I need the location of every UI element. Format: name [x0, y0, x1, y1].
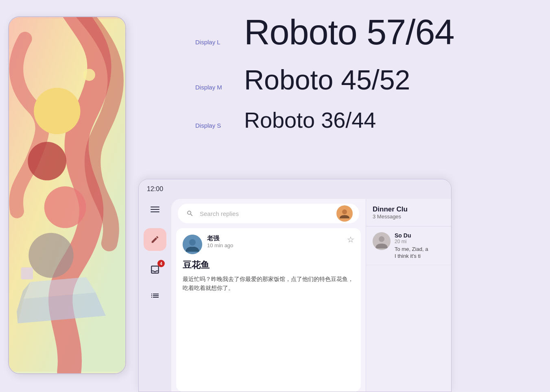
display-m-row: Display M Roboto 45/52 — [195, 64, 545, 96]
display-s-row: Display S Roboto 36/44 — [195, 107, 545, 133]
phone-frame — [8, 16, 126, 374]
list-svg-icon — [150, 291, 160, 301]
svg-marker-7 — [14, 282, 34, 324]
svg-point-13 — [189, 239, 196, 246]
menu-icon[interactable] — [148, 202, 162, 217]
message-title: 豆花鱼 — [183, 259, 354, 271]
avatar-person-icon — [337, 206, 352, 221]
message-card: 老强 10 min ago ☆ 豆花鱼 最近忙吗？昨晚我去了你最爱的那家饭馆，点… — [176, 228, 361, 392]
hamburger-lines — [151, 207, 159, 212]
phone-illustration — [9, 17, 125, 373]
right-item-name: So Du — [395, 232, 445, 239]
edit-fab-button[interactable] — [144, 228, 166, 251]
right-panel-header: Dinner Clu 3 Messages — [366, 199, 451, 226]
phone-ui-mockup: 12:00 — [138, 179, 452, 392]
inbox-icon-wrap[interactable]: 4 — [148, 262, 162, 277]
search-icon — [184, 208, 196, 219]
sender-avatar — [183, 235, 202, 254]
dinner-club-message-count: 3 Messages — [373, 213, 445, 220]
dinner-club-title: Dinner Clu — [373, 205, 445, 213]
svg-marker-5 — [16, 292, 106, 323]
svg-point-15 — [379, 236, 384, 242]
user-avatar[interactable] — [336, 205, 353, 222]
inbox-badge: 4 — [157, 260, 165, 267]
display-m-text: Roboto 45/52 — [244, 64, 410, 96]
right-item-preview2: I think it's ti — [395, 253, 445, 259]
message-header: 老强 10 min ago ☆ — [183, 235, 354, 254]
mockup-top-bar: 12:00 — [139, 179, 451, 199]
display-l-text: Roboto 57/64 — [244, 12, 454, 52]
mockup-sidebar: 4 — [139, 199, 171, 392]
display-s-text: Roboto 36/44 — [244, 107, 376, 133]
svg-point-3 — [44, 186, 86, 228]
svg-marker-6 — [22, 277, 96, 299]
edit-icon — [151, 235, 159, 244]
svg-point-1 — [34, 88, 80, 134]
typography-section: Display L Roboto 57/64 Display M Roboto … — [195, 12, 545, 145]
message-info: 老强 10 min ago — [207, 235, 342, 248]
sender-name: 老强 — [207, 235, 342, 242]
display-m-label: Display M — [195, 84, 244, 91]
right-item-info: So Du 20 mi To me, Ziad, a I think it's … — [395, 232, 445, 259]
svg-point-2 — [28, 142, 66, 181]
svg-point-11 — [342, 209, 347, 214]
display-s-label: Display S — [195, 122, 244, 129]
display-l-label: Display L — [195, 39, 244, 46]
mockup-right-panel: Dinner Clu 3 Messages So Du 20 mi — [366, 199, 451, 392]
right-item-preview: To me, Ziad, a — [395, 246, 445, 252]
mockup-content: 4 Search replies — [139, 199, 451, 392]
mockup-main: Search replies — [171, 199, 366, 392]
svg-point-9 — [83, 69, 95, 81]
left-panel — [0, 0, 138, 392]
svg-rect-0 — [9, 19, 125, 372]
svg-point-4 — [28, 233, 73, 278]
svg-rect-8 — [21, 268, 33, 280]
display-l-row: Display L Roboto 57/64 — [195, 12, 545, 52]
mockup-time: 12:00 — [147, 185, 163, 193]
message-time: 10 min ago — [207, 242, 342, 248]
right-item-avatar-icon — [373, 232, 391, 250]
search-bar[interactable]: Search replies — [178, 204, 359, 223]
message-body: 最近忙吗？昨晚我去了你最爱的那家饭馆，点了他们的特色豆花鱼，吃着吃着就想你了。 — [183, 274, 354, 293]
star-icon[interactable]: ☆ — [347, 235, 354, 244]
list-icon[interactable] — [148, 288, 162, 303]
right-item-time: 20 mi — [395, 239, 445, 244]
right-panel: Display L Roboto 57/64 Display M Roboto … — [138, 0, 550, 392]
right-panel-item[interactable]: So Du 20 mi To me, Ziad, a I think it's … — [366, 226, 451, 265]
search-placeholder-text: Search replies — [200, 210, 332, 217]
sender-avatar-icon — [183, 235, 202, 254]
right-item-avatar — [373, 232, 391, 250]
